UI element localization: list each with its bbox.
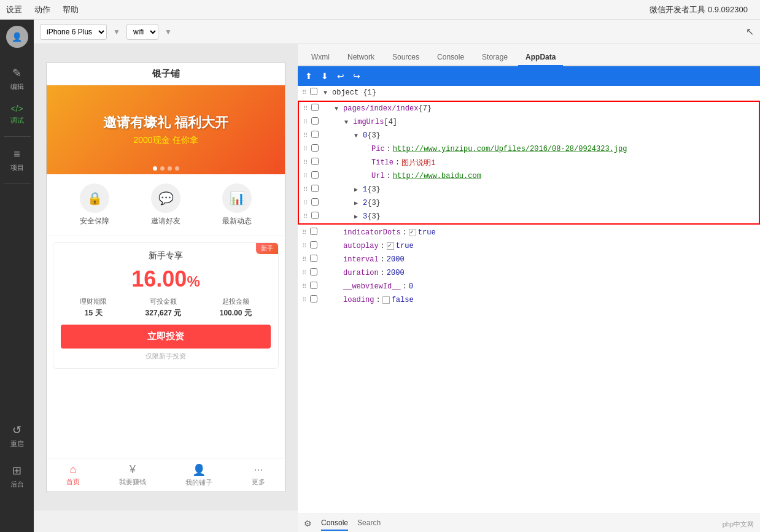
phone-icon-invite[interactable]: 💬 邀请好友 [151,183,180,226]
nav-item-earn[interactable]: ¥ 我要赚钱 [119,463,146,487]
cursor-icon: ↖ [746,26,754,37]
tree-duration-line: ⠿ duration : 2000 [298,266,760,280]
title-content: Title : 图片说明1 [322,158,759,168]
sidebar-item-edit[interactable]: ✎ 编辑 [0,60,34,98]
tab-search-bottom[interactable]: Search [357,516,381,531]
undo-button[interactable]: ↩ [335,70,347,82]
check-pages [311,104,322,114]
toggle-item1[interactable]: ▶ [354,186,363,193]
pic-colon: : [387,145,391,153]
title-value: 图片说明1 [401,158,435,168]
dropdown-arrow-network: ▼ [165,28,172,36]
root-content: ▼ object {1} [321,88,760,97]
toggle-root[interactable]: ▼ [324,90,332,96]
nav-label-earn: 我要赚钱 [119,477,146,487]
security-label: 安全保障 [80,216,109,226]
card-info-period: 理财期限 15 天 [80,297,107,318]
tab-network[interactable]: Network [340,49,382,66]
tree-item0-line: ⠿ ▼ 0 {3} [299,129,759,142]
indicatordots-value: true [418,228,436,237]
card-info: 理财期限 15 天 可投金额 327,627 元 起投金额 100.00 元 [61,297,271,318]
nav-item-home[interactable]: ⌂ 首页 [66,463,80,487]
menu-item-help[interactable]: 帮助 [63,4,79,15]
check-title [311,158,322,168]
banner-sub-text: 2000现金 任你拿 [103,135,228,146]
tab-wxml[interactable]: Wxml [304,49,337,66]
item1-bracket: {3} [367,185,381,194]
sidebar-label-debug: 调试 [10,116,24,125]
dot-0 [153,166,157,171]
phone-icon-security[interactable]: 🔒 安全保障 [80,183,109,226]
card-rate: 16.00% [61,266,271,292]
loading-checkbox [382,296,390,304]
phone-frame: 银子铺 邀请有壕礼 福利大开 2000现金 任你拿 🔒 安全保障 💬 [46,63,285,492]
sort-desc-button[interactable]: ⬇ [319,70,331,82]
devtools-content: ⠿ ▼ object {1} ⠿ ▼ pages/index/index {7} [298,86,760,514]
sidebar-item-restart[interactable]: ↺ 重启 [0,417,34,455]
devtools-toolbar: ⬆ ⬇ ↩ ↪ [298,66,760,86]
toggle-pages[interactable]: ▼ [335,106,343,112]
toggle-imgurls[interactable]: ▼ [344,119,353,126]
highlight-block: ⠿ ▼ pages/index/index {7} ⠿ ▼ imgUrls [4… [298,101,760,225]
url-value[interactable]: http://www.baidu.com [393,172,481,180]
bottom-settings-icon[interactable]: ⚙ [304,519,312,528]
toggle-item2[interactable]: ▶ [354,199,363,207]
tab-storage[interactable]: Storage [475,49,515,66]
webviewid-content: __webviewId__ : 0 [321,282,760,291]
news-icon: 📊 [222,183,252,213]
menu-item-action[interactable]: 动作 [34,4,50,15]
check-loading [310,295,321,305]
pic-value[interactable]: http://www.yinzipu.com/Upfiles/2016/08-2… [393,145,627,153]
investable-label: 可投金额 [150,297,177,306]
tab-console-bottom[interactable]: Console [321,516,348,531]
autoplay-checkbox [387,242,394,250]
menu-item-settings[interactable]: 设置 [6,4,22,15]
sidebar-item-debug[interactable]: </> 调试 [0,98,34,131]
phone-header-title: 银子铺 [152,68,180,79]
item1-content: ▶ 1 {3} [322,185,759,194]
redo-button[interactable]: ↪ [351,70,363,82]
network-select[interactable]: wifi [126,24,158,40]
phone-icon-news[interactable]: 📊 最新动态 [222,183,252,226]
nav-item-myshop[interactable]: 👤 我的铺子 [185,463,212,487]
tree-item3-line: ⠿ ▶ 3 {3} [299,210,759,223]
devtools-panel: Wxml Network Sources Console Storage App… [298,44,760,532]
nav-label-more: 更多 [252,477,265,487]
device-select[interactable]: iPhone 6 Plus [40,24,107,40]
check-duration [310,268,321,278]
mininvest-label: 起投金额 [222,297,249,306]
php-logo: php中文网 [723,520,754,529]
news-label: 最新动态 [222,216,252,226]
sidebar-item-project[interactable]: ≡ 项目 [0,142,34,179]
dot-1 [160,166,165,171]
title-key: Title [371,158,394,167]
nav-label-myshop: 我的铺子 [185,478,212,487]
imgurls-bracket: [4] [384,118,397,126]
tab-appdata[interactable]: AppData [518,49,563,66]
item1-index: 1 [363,185,367,194]
tab-console[interactable]: Console [430,49,471,66]
sidebar-item-backend[interactable]: ⊞ 后台 [0,458,34,495]
handle-pic: ⠿ [299,145,311,153]
autoplay-content: autoplay : true [321,242,760,250]
invite-icon: 💬 [151,183,180,213]
toggle-item0[interactable]: ▼ [354,133,363,139]
menubar: 设置 动作 帮助 微信开发者工具 0.9.092300 [0,0,760,20]
project-icon: ≡ [14,148,20,161]
avatar: 👤 [6,26,28,48]
toolbar: iPhone 6 Plus ▼ wifi ▼ ↖ [34,20,760,44]
tree-root-line: ⠿ ▼ object {1} [298,86,760,99]
nav-item-more[interactable]: ··· 更多 [252,463,265,487]
handle-indicatordots: ⠿ [298,229,310,236]
myshop-icon: 👤 [192,463,206,477]
imgurls-key: imgUrls [353,118,384,126]
tab-sources[interactable]: Sources [385,49,427,66]
sort-asc-button[interactable]: ⬆ [303,70,315,82]
check-interval [310,255,321,264]
phone-icons-row: 🔒 安全保障 💬 邀请好友 📊 最新动态 [47,174,285,236]
toggle-item3[interactable]: ▶ [354,213,363,220]
invest-button[interactable]: 立即投资 [61,325,271,349]
check-item1 [311,185,322,195]
backend-icon: ⊞ [12,464,21,477]
phone-header: 银子铺 [47,63,285,85]
